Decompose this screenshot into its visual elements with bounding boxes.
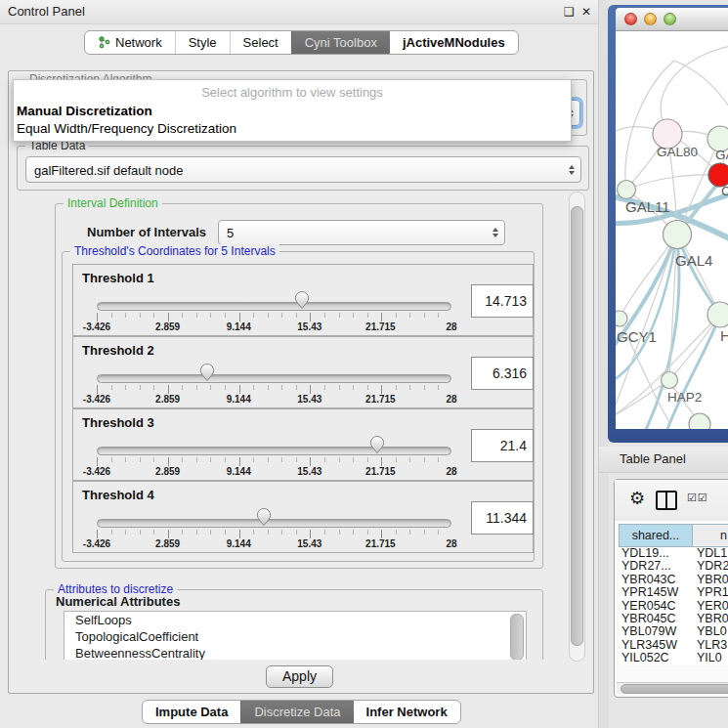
- threshold-3-panel: Threshold 3 -3.4262.8599.14415.4321.7152…: [72, 408, 534, 481]
- list-scrollbar[interactable]: [510, 614, 524, 660]
- threshold-4-panel: Threshold 4 -3.4262.8599.14415.4321.7152…: [72, 481, 534, 553]
- split-view-icon[interactable]: [656, 491, 677, 510]
- table-panel: ⚙ ☑☑ shared... n YDL19...YDL1 YDR27...YD…: [614, 479, 728, 698]
- minimize-traffic-light-icon[interactable]: [644, 13, 657, 25]
- table-data-group: Table Data galFiltered.sif default node: [17, 146, 589, 191]
- slider-thumb[interactable]: [294, 291, 310, 310]
- threshold-label: Threshold 3: [82, 415, 154, 430]
- table-data-combobox[interactable]: galFiltered.sif default node: [25, 156, 581, 183]
- tab-cyni-toolbox[interactable]: Cyni Toolbox: [291, 31, 390, 54]
- float-window-icon[interactable]: ❑: [564, 5, 575, 19]
- numerical-attributes-label: Numerical Attributes: [56, 594, 180, 609]
- threshold-3-value[interactable]: 21.4: [471, 429, 534, 462]
- interval-definition-title: Interval Definition: [64, 196, 162, 211]
- list-item[interactable]: TopologicalCoefficient: [64, 628, 526, 645]
- node-label-partial-mid: C: [721, 184, 728, 198]
- combo-stepper-icon: [569, 165, 575, 175]
- node-label-gal80: GAL80: [657, 145, 698, 159]
- slider-tick-labels: -3.4262.8599.14415.4321.71528: [97, 538, 451, 550]
- slider-ticks: [97, 313, 452, 321]
- dropdown-prompt[interactable]: Select algorithm to view settings: [14, 85, 571, 100]
- tab-network[interactable]: Network: [85, 31, 175, 54]
- close-traffic-light-icon[interactable]: [624, 13, 637, 25]
- tab-impute-data[interactable]: Impute Data: [143, 701, 240, 723]
- network-canvas[interactable]: GAL80 GA C GAL11 GAL4 GCY1 H HAP2: [616, 31, 728, 429]
- num-intervals-label: Number of Intervals: [87, 225, 206, 239]
- column-header-name[interactable]: n: [693, 525, 728, 546]
- network-window-titlebar[interactable]: [616, 8, 728, 31]
- node-hap2[interactable]: [662, 372, 678, 389]
- table-row[interactable]: YBR045CYBR0: [619, 613, 728, 625]
- slider-tick-labels: -3.4262.8599.14415.4321.71528: [97, 321, 451, 333]
- table-row[interactable]: YER054CYER0: [619, 600, 728, 613]
- dropdown-option-equal-width[interactable]: Equal Width/Frequency Discretization: [17, 121, 236, 136]
- node-gal11[interactable]: [618, 181, 636, 199]
- table-row[interactable]: YLR345WYLR3: [619, 639, 728, 652]
- tab-discretize-data[interactable]: Discretize Data: [240, 701, 353, 723]
- close-icon[interactable]: ✕: [581, 5, 591, 19]
- settings-scrollbar[interactable]: [569, 192, 585, 662]
- node-attribute-table: shared... n YDL19...YDL1 YDR27...YDR2 YB…: [619, 524, 728, 665]
- threshold-2-value[interactable]: 6.316: [471, 357, 534, 390]
- table-row[interactable]: YIL052CYIL0: [619, 652, 728, 664]
- scrollbar-thumb[interactable]: [621, 684, 728, 694]
- apply-button[interactable]: Apply: [266, 665, 333, 688]
- tab-label: Network: [115, 35, 162, 50]
- network-window: GAL80 GA C GAL11 GAL4 GCY1 H HAP2: [608, 5, 728, 443]
- column-header-shared[interactable]: shared...: [620, 525, 693, 546]
- tab-select[interactable]: Select: [230, 31, 291, 54]
- tab-style[interactable]: Style: [175, 31, 230, 54]
- node-partial-right[interactable]: [707, 302, 728, 327]
- control-panel: Control Panel ❑ ✕ Network Style Select C…: [0, 0, 598, 728]
- node-partial-bottom[interactable]: [689, 413, 710, 429]
- list-item[interactable]: SelfLoops: [64, 612, 526, 628]
- slider-ticks: [97, 457, 452, 466]
- tab-infer-network[interactable]: Infer Network: [354, 701, 460, 723]
- slider-track[interactable]: [97, 302, 451, 311]
- threshold-4-slider: -3.4262.8599.14415.4321.71528: [97, 515, 451, 550]
- threshold-1-slider: -3.4262.8599.14415.4321.71528: [97, 298, 451, 333]
- list-item[interactable]: BetweennessCentrality: [64, 645, 526, 660]
- slider-tick-labels: -3.4262.8599.14415.4321.71528: [97, 394, 451, 406]
- checkbox-icons[interactable]: ☑☑: [687, 492, 708, 504]
- network-graph: GAL80 GA C GAL11 GAL4 GCY1 H HAP2: [616, 31, 728, 429]
- num-intervals-value: 5: [227, 226, 234, 240]
- slider-thumb[interactable]: [199, 364, 215, 382]
- slider-thumb[interactable]: [256, 508, 272, 527]
- node-label-gal11: GAL11: [625, 198, 670, 215]
- table-row[interactable]: YBL079WYBL0: [619, 625, 728, 638]
- slider-tick-labels: -3.4262.8599.14415.4321.71528: [97, 466, 451, 478]
- combo-stepper-icon: [492, 228, 498, 237]
- node-label-partial-top-right: GA: [715, 148, 728, 162]
- numerical-attributes-list[interactable]: SelfLoops TopologicalCoefficient Between…: [64, 611, 527, 660]
- table-row[interactable]: YBR043CYBR0: [619, 574, 728, 586]
- gear-icon[interactable]: ⚙: [629, 488, 645, 509]
- node-gcy1[interactable]: [616, 311, 627, 326]
- node-label-gal4: GAL4: [675, 252, 712, 269]
- table-row[interactable]: YDL19...YDL1: [619, 547, 728, 560]
- threshold-4-value[interactable]: 11.344: [471, 501, 534, 535]
- table-row[interactable]: YPR145WYPR1: [619, 586, 728, 599]
- slider-track[interactable]: [97, 374, 451, 383]
- tab-jactivemnodules[interactable]: jActiveMNodules: [390, 31, 518, 54]
- threshold-1-value[interactable]: 14.713: [471, 284, 534, 318]
- slider-track[interactable]: [97, 447, 451, 455]
- threshold-2-slider: -3.4262.8599.14415.4321.71528: [97, 370, 451, 406]
- zoom-traffic-light-icon[interactable]: [664, 13, 676, 25]
- scrollbar-thumb[interactable]: [571, 206, 583, 646]
- slider-ticks: [97, 385, 452, 394]
- table-panel-title: Table Panel: [620, 451, 686, 466]
- slider-track[interactable]: [97, 519, 451, 528]
- node-label-partial-right: H: [720, 327, 728, 344]
- table-horizontal-scrollbar[interactable]: [617, 682, 728, 694]
- interval-definition-group: Interval Definition Number of Intervals …: [55, 203, 543, 569]
- dropdown-option-manual[interactable]: Manual Discretization: [17, 104, 152, 118]
- slider-thumb[interactable]: [369, 436, 385, 454]
- table-row[interactable]: YDR27...YDR2: [619, 560, 728, 573]
- bottom-tab-bar: Impute Data Discretize Data Infer Networ…: [142, 700, 461, 724]
- attributes-group: Attributes to discretize Numerical Attri…: [45, 589, 543, 660]
- num-intervals-combobox[interactable]: 5: [218, 220, 505, 245]
- node-gal4[interactable]: [664, 221, 692, 249]
- table-toolbar: ⚙ ☑☑: [615, 480, 728, 521]
- table-data-value: galFiltered.sif default node: [34, 162, 183, 177]
